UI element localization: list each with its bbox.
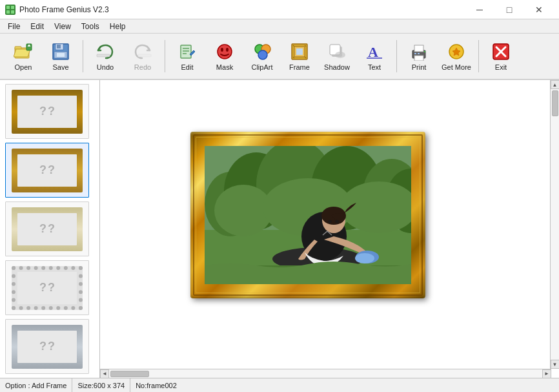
open-label: Open [15,63,32,71]
status-size: Size:600 x 374 [72,378,130,392]
photo-frame-outer [190,132,425,298]
getmore-button[interactable]: Get More [438,37,474,76]
svg-point-20 [221,48,223,52]
app-icon [5,5,15,15]
edit-label: Edit [181,63,194,71]
thumb-frame-5: ?? [12,325,83,369]
mask-button[interactable]: Mask [207,37,243,76]
menu-help[interactable]: Help [105,21,131,32]
svg-rect-3 [6,10,10,14]
scroll-left-arrow[interactable]: ◄ [100,369,109,378]
svg-rect-4 [11,10,14,14]
svg-rect-35 [418,53,420,54]
svg-rect-12 [57,53,65,57]
scroll-up-arrow[interactable]: ▲ [551,80,560,89]
menu-view[interactable]: View [49,21,76,32]
photo-image [205,146,411,284]
thumb-frame-1: ?? [12,90,83,134]
clipart-button[interactable]: ClipArt [244,37,280,76]
left-panel: ?? ?? [0,80,100,378]
horizontal-scrollbar[interactable]: ◄ ► [100,369,551,378]
svg-rect-36 [414,45,423,52]
svg-rect-15 [181,45,191,58]
print-label: Print [412,63,427,71]
thumb-placeholder-5: ?? [39,340,55,353]
titlebar-controls: ─ □ ✕ [465,0,554,19]
getmore-icon [446,41,467,62]
separator-3 [396,40,397,72]
edit-button[interactable]: Edit [169,37,205,76]
frame-list[interactable]: ?? ?? [0,80,99,378]
scroll-thumb-v[interactable] [552,90,558,116]
print-button[interactable]: Print [401,37,437,76]
svg-rect-37 [414,56,423,61]
shadow-button[interactable]: Shadow [319,37,355,76]
save-label: Save [52,63,68,71]
text-button[interactable]: A Text [356,37,392,76]
frame-thumb-1[interactable]: ?? [5,84,89,139]
separator-1 [83,40,83,72]
toolbar: Open Save Undo [0,34,559,80]
frame-thumb-2[interactable]: ?? [5,143,89,198]
frame-icon [289,41,310,62]
menu-tools[interactable]: Tools [76,21,105,32]
statusbar: Option : Add Frame Size:600 x 374 No:fra… [0,378,559,392]
svg-rect-27 [296,48,303,55]
titlebar-left: Photo Frame Genius V2.3 [5,5,109,15]
svg-rect-2 [11,6,14,9]
svg-rect-38 [424,51,425,52]
scroll-thumb-h[interactable] [110,371,149,377]
titlebar: Photo Frame Genius V2.3 ─ □ ✕ [0,0,559,19]
status-frame-no: No:frame002 [130,378,182,392]
menubar: File Edit View Tools Help [0,19,559,34]
thumb-placeholder-3: ?? [39,222,55,236]
thumb-placeholder-2: ?? [39,163,55,177]
thumb-frame-4: ?? [12,266,83,310]
open-button[interactable]: Open [5,37,41,76]
menu-file[interactable]: File [3,21,25,32]
scroll-track-h[interactable] [109,369,542,378]
thumb-frame-2: ?? [12,149,83,192]
svg-rect-34 [414,53,416,54]
menu-edit[interactable]: Edit [25,21,49,32]
separator-2 [165,40,165,72]
svg-rect-1 [6,6,10,9]
frame-button[interactable]: Frame [281,37,318,76]
thumb-placeholder-1: ?? [39,105,55,118]
vertical-scrollbar[interactable]: ▲ ▼ [550,80,559,369]
svg-point-24 [258,50,267,59]
save-button[interactable]: Save [43,37,79,76]
svg-point-57 [355,253,374,263]
maximize-button[interactable]: □ [494,0,524,19]
main-area: ?? ?? [0,80,559,378]
status-option-label: Option : Add Frame [5,382,66,389]
thumb-placeholder-4: ?? [39,281,55,294]
frame-thumb-3[interactable]: ?? [5,201,89,256]
svg-point-30 [335,52,345,58]
exit-icon [491,41,511,62]
mask-icon [214,41,235,62]
text-icon: A [364,41,385,62]
svg-rect-10 [57,45,61,48]
svg-rect-14 [138,54,151,57]
photo-frame-container[interactable] [190,132,425,298]
minimize-button[interactable]: ─ [465,0,494,19]
save-icon [50,41,71,62]
exit-button[interactable]: Exit [483,37,519,76]
mask-label: Mask [216,63,233,71]
frame-thumb-5[interactable]: ?? [5,319,89,374]
scroll-down-arrow[interactable]: ▼ [551,360,560,369]
status-size-label: Size:600 x 374 [77,382,125,389]
edit-icon [177,41,198,62]
redo-button[interactable]: Redo [125,37,161,76]
shadow-icon [327,41,347,62]
svg-point-19 [218,45,232,59]
scroll-track-v[interactable] [551,89,560,360]
undo-button[interactable]: Undo [87,37,123,76]
svg-point-60 [328,220,332,223]
exit-label: Exit [495,63,507,71]
scroll-right-arrow[interactable]: ► [542,369,551,378]
frame-thumb-4[interactable]: ?? [5,260,89,315]
getmore-label: Get More [442,63,471,71]
close-button[interactable]: ✕ [524,0,554,19]
